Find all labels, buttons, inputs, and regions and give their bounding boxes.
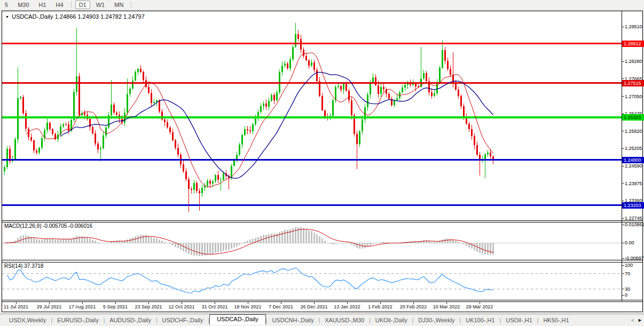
rsi-tick-label: 100: [625, 263, 633, 268]
rsi-indicator-label: RSI(14) 37.3718: [4, 263, 43, 269]
date-tick-label: 20 Feb 2022: [400, 304, 427, 309]
rsi-tick-label: 30: [625, 287, 630, 292]
tab-scroll-left-icon[interactable]: ◄: [630, 317, 634, 323]
price-tick-label: 1.25820: [625, 129, 642, 134]
price-level-badge: 1.23203: [622, 202, 644, 209]
macd-tick-label: 0.010869: [625, 222, 644, 227]
tab-uk100-[interactable]: UK100-,H1: [461, 316, 499, 324]
date-tick-label: 12 Oct 2021: [168, 304, 194, 309]
tab-hk50-[interactable]: HK50-,H1: [538, 316, 574, 324]
tab-ukoil-[interactable]: UKOil-,Daily: [371, 316, 412, 324]
tab-audusd-[interactable]: AUDUSD-,Daily: [105, 316, 156, 324]
price-level-badge: 1.27515: [622, 80, 644, 86]
chevron-down-icon[interactable]: ▼: [5, 15, 9, 19]
rsi-tick-label: 0: [625, 292, 627, 298]
tab-eurusd-[interactable]: EURUSD-,Daily: [52, 316, 104, 324]
date-tick-label: 13 Jan 2022: [334, 304, 360, 309]
tab-scroll-right-icon[interactable]: ►: [638, 317, 642, 323]
macd-tick-label: 0.00: [625, 240, 634, 245]
price-tick-label: 1.27050: [625, 94, 642, 99]
rsi-tick-label: 70: [625, 271, 630, 276]
price-tick-label: 1.29510: [625, 24, 642, 29]
date-tick-label: 31 Oct 2021: [201, 304, 227, 309]
tab-dj30-[interactable]: DJ30-,Weekly: [413, 316, 459, 324]
symbol-tab-bar: USDX,Weekly|EURUSD-,Daily|AUDUSD-,Daily|…: [0, 314, 644, 326]
price-tick-label: 1.25205: [625, 146, 642, 151]
chart-ohlc-values: 1.24866 1.24903 1.24782 1.24797: [55, 13, 145, 20]
date-tick-label: 18 Nov 2021: [234, 304, 261, 309]
tab-usdchf-[interactable]: USDCHF-,Daily: [158, 316, 208, 324]
tab-usdcad-[interactable]: USDCAD-,Daily: [209, 314, 266, 325]
tab-usoil-[interactable]: USOil-,H1: [501, 316, 537, 324]
date-tick-label: 17 Aug 2021: [69, 304, 96, 309]
macd-tick-label: -0.00897: [625, 256, 644, 261]
tab-xauusd-[interactable]: XAUUSD-,M30: [320, 316, 369, 324]
date-tick-label: 11 Jul 2021: [4, 304, 28, 309]
date-tick-label: 10 Mar 2022: [433, 304, 460, 309]
price-tick-label: 1.28280: [625, 59, 642, 64]
date-tick-label: 23 Sep 2021: [135, 304, 162, 309]
date-tick-label: 7 Dec 2021: [269, 304, 293, 309]
price-level-badge: 1.24800: [622, 157, 644, 163]
price-level-badge: 1.26303: [622, 114, 644, 121]
date-tick-label: 29 Mar 2022: [466, 304, 493, 309]
tab-usdcnh-[interactable]: USDCNH-,Daily: [267, 316, 318, 324]
chart-canvas[interactable]: [0, 0, 644, 326]
chart-title: ▼USDCAD-,Daily 1.24866 1.24903 1.24782 1…: [5, 13, 145, 20]
price-tick-label: 1.23975: [625, 181, 642, 186]
chart-symbol-period: USDCAD-,Daily: [12, 13, 53, 20]
date-tick-label: 5 Sep 2021: [103, 304, 128, 309]
date-tick-label: 29 Jul 2021: [37, 304, 62, 309]
tab-usdx[interactable]: USDX,Weekly: [4, 316, 51, 324]
price-level-badge: 1.28912: [622, 41, 644, 47]
date-tick-label: 26 Dec 2021: [300, 304, 327, 309]
price-tick-label: 1.24590: [625, 163, 642, 169]
tab-scroll-arrows: ◄►: [630, 317, 642, 323]
price-tick-label: 1.22745: [625, 216, 642, 221]
macd-indicator-label: MACD(12,26,9) -0.005705 -0.006016: [4, 223, 92, 229]
date-tick-label: 1 Feb 2022: [368, 304, 392, 309]
